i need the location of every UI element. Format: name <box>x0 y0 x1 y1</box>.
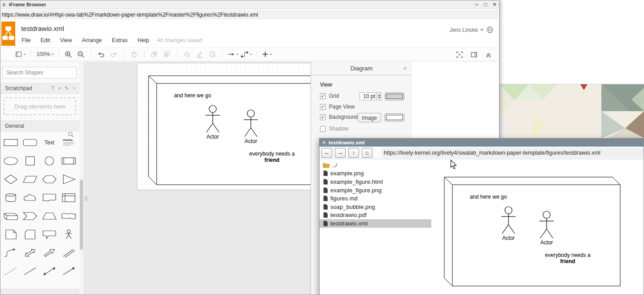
scratchpad-header[interactable]: Scratchpad ? + ✎ × <box>0 83 79 94</box>
file-browser-titlebar[interactable]: ≡ testdrawio.xml <box>320 139 644 147</box>
scratchpad-edit-icon[interactable]: ✎ <box>65 85 69 91</box>
shape-triangle[interactable] <box>59 170 78 188</box>
globe-icon[interactable] <box>486 26 494 34</box>
to-back-button[interactable] <box>162 49 172 60</box>
scratchpad-close-icon[interactable]: × <box>73 85 76 91</box>
shape-ellipse[interactable] <box>1 152 20 170</box>
insert-button[interactable] <box>262 49 272 60</box>
file-row[interactable]: example_figure.png <box>320 186 431 195</box>
shape-document[interactable] <box>39 188 59 207</box>
shape-square[interactable] <box>20 152 39 170</box>
line-color-button[interactable] <box>194 49 205 60</box>
general-section-header[interactable]: General <box>0 121 79 131</box>
image-button[interactable]: Image <box>358 113 381 122</box>
scratchpad-drop-area[interactable]: Drag elements here <box>4 97 76 115</box>
user-menu[interactable]: Jens Lincke <box>450 26 494 34</box>
undo-button[interactable] <box>96 49 107 60</box>
window-menu-icon[interactable]: ≡ <box>322 139 325 146</box>
shape-trapezoid[interactable] <box>39 207 59 225</box>
actor-2-label[interactable]: Actor <box>245 138 257 144</box>
shape-diamond[interactable] <box>1 170 20 188</box>
up-button[interactable]: ↑ <box>348 148 359 158</box>
file-row-selected[interactable]: testdrawio.xml <box>320 219 431 228</box>
shape-note[interactable] <box>1 225 20 243</box>
file-row[interactable]: example.png <box>320 169 431 178</box>
shape-rectangle[interactable] <box>1 133 20 152</box>
fullscreen-button[interactable] <box>454 49 465 60</box>
forward-button[interactable]: → <box>335 148 346 158</box>
shape-text[interactable]: Text <box>39 133 59 152</box>
shape-directional-connector[interactable] <box>59 262 78 280</box>
minimize-button[interactable]: – <box>472 1 481 8</box>
menu-file[interactable]: File <box>17 36 35 44</box>
shape-step[interactable] <box>20 207 39 225</box>
home-button[interactable]: ⌂ <box>362 148 372 158</box>
tab-diagram[interactable]: Diagram <box>350 65 372 72</box>
shape-cylinder[interactable] <box>1 188 20 207</box>
maximize-button[interactable]: □ <box>481 1 490 8</box>
connection-button[interactable] <box>227 49 239 60</box>
file-row[interactable]: soap_bubble.png <box>320 203 431 211</box>
close-icon[interactable]: × <box>403 65 407 72</box>
zoom-in-button[interactable] <box>63 49 74 60</box>
shape-line[interactable] <box>20 262 39 280</box>
shape-bidirectional-arrow[interactable] <box>20 243 39 262</box>
shape-cloud[interactable] <box>20 188 39 207</box>
sidebar-scrollbar[interactable] <box>79 62 83 295</box>
grid-checkbox[interactable] <box>320 93 326 99</box>
menu-arrange[interactable]: Arrange <box>77 36 107 44</box>
actor-1-label[interactable]: Actor <box>206 134 219 140</box>
shape-curve[interactable] <box>1 243 20 262</box>
file-row[interactable]: example_figure.html <box>320 178 431 186</box>
file-row[interactable]: testdrawio.pdf <box>320 211 431 220</box>
redo-button[interactable] <box>109 49 119 60</box>
collapse-toolbar-button[interactable] <box>483 49 494 60</box>
menu-edit[interactable]: Edit <box>35 36 55 44</box>
caption-line-2[interactable]: friend <box>264 157 279 163</box>
page-view-button[interactable] <box>15 49 26 60</box>
zoom-level-button[interactable]: 100% <box>36 49 54 60</box>
to-front-button[interactable] <box>149 49 160 60</box>
delete-button[interactable] <box>129 49 140 60</box>
shape-internal-storage[interactable] <box>59 188 78 207</box>
diagram-note-text[interactable]: and here we go <box>174 92 211 99</box>
page-view-checkbox[interactable] <box>320 104 326 110</box>
grid-size-input[interactable] <box>359 92 377 100</box>
shape-arrow[interactable] <box>39 243 59 262</box>
search-shapes-input[interactable] <box>2 67 77 78</box>
shape-tape[interactable] <box>59 207 78 225</box>
file-browser-url-input[interactable] <box>382 148 644 158</box>
shape-bidirectional-connector[interactable] <box>39 262 59 280</box>
shape-hexagon[interactable] <box>39 170 59 188</box>
shape-rounded-rectangle[interactable] <box>20 133 39 152</box>
grid-size-stepper[interactable] <box>377 92 381 100</box>
shape-link[interactable] <box>59 243 78 262</box>
shape-callout[interactable] <box>39 225 59 243</box>
window-menu-icon[interactable]: ≡ <box>2 1 6 8</box>
file-row[interactable]: figures.md <box>320 194 431 203</box>
zoom-out-button[interactable] <box>76 49 87 60</box>
shape-circle[interactable] <box>39 152 59 170</box>
menu-view[interactable]: View <box>55 36 77 44</box>
back-button[interactable]: ← <box>321 148 332 158</box>
shadow-checkbox[interactable] <box>320 126 326 132</box>
shape-parallelogram[interactable] <box>20 170 39 188</box>
waypoints-button[interactable] <box>241 49 252 60</box>
close-button[interactable]: × <box>490 1 499 8</box>
splitter-handle[interactable] <box>85 196 87 201</box>
background-color-swatch[interactable] <box>385 113 404 121</box>
sidebar-splitter[interactable] <box>83 62 88 295</box>
shape-dashed-line[interactable] <box>1 262 20 280</box>
shape-actor[interactable] <box>59 225 78 243</box>
background-checkbox[interactable] <box>320 114 326 120</box>
shadow-button[interactable] <box>207 49 218 60</box>
window-titlebar[interactable]: ≡ iFrame Browser – □ × <box>0 0 499 9</box>
shape-cube[interactable] <box>1 207 20 225</box>
scratchpad-add-icon[interactable]: + <box>58 85 61 91</box>
caption-line-1[interactable]: everybody needs a <box>249 151 295 157</box>
fill-color-button[interactable] <box>182 49 193 60</box>
menu-help[interactable]: Help <box>133 36 154 44</box>
scratchpad-help-icon[interactable]: ? <box>51 85 54 91</box>
format-panel-toggle-button[interactable] <box>469 49 479 60</box>
menu-extras[interactable]: Extras <box>107 36 132 44</box>
